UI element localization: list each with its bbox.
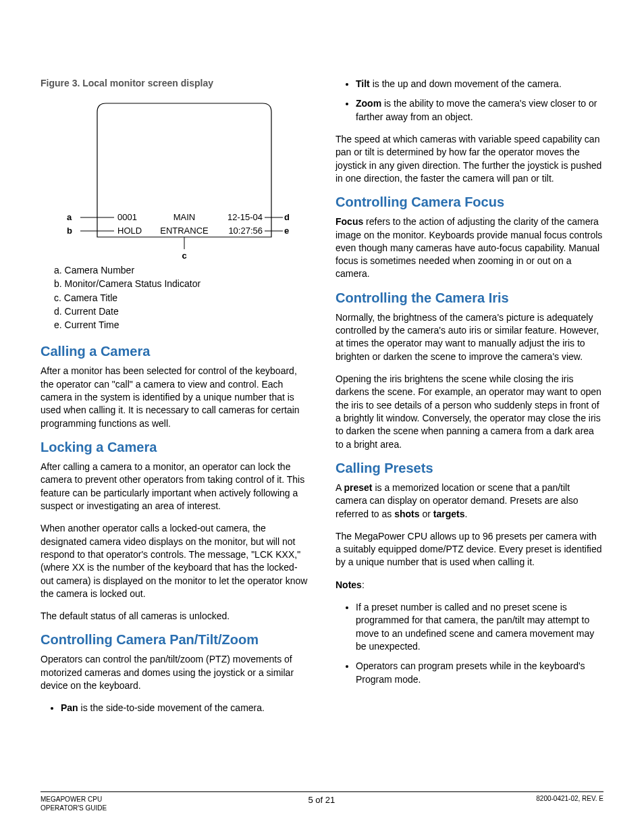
svg-text:a: a [67,212,72,222]
heading-controlling-iris: Controlling the Camera Iris [336,290,603,306]
paragraph: After a monitor has been selected for co… [41,365,308,430]
paragraph: Opening the iris brightens the scene whi… [336,373,603,451]
heading-controlling-ptz: Controlling Camera Pan/Tilt/Zoom [41,632,308,648]
term-targets: targets [433,509,465,519]
term-preset: preset [344,482,372,493]
figure-caption: Figure 3. Local monitor screen display [41,78,308,88]
svg-text:c: c [182,251,186,261]
page-footer: MEGAPOWER CPU OPERATOR'S GUIDE 5 of 21 8… [41,791,603,812]
heading-calling-presets: Calling Presets [336,461,603,476]
paragraph: The default status of all cameras is unl… [41,610,308,623]
term-shots: shots [394,509,419,519]
right-column: Tilt is the up and down movement of the … [336,78,603,725]
display-bot-left: HOLD [117,226,142,236]
paragraph: Operators can control the pan/tilt/zoom … [41,653,308,692]
list-item: If a preset number is called and no pres… [356,601,603,653]
display-top-right: 12-15-04 [227,212,262,222]
footer-right: 8200-0421-02, REV. E [536,795,603,802]
paragraph: Focus refers to the action of adjusting … [336,215,603,281]
figure-legend: a. Camera Number b. Monitor/Camera Statu… [54,263,308,332]
term-zoom: Zoom [356,98,381,109]
svg-text:e: e [284,226,289,236]
paragraph: When another operator calls a locked-out… [41,522,308,600]
legend-item: d. Current Date [54,305,308,318]
list-item: Operators can program presets while in t… [356,660,603,686]
paragraph: The speed at which cameras with variable… [336,133,603,185]
content-columns: Figure 3. Local monitor screen display 0… [41,78,603,725]
monitor-diagram: 0001 MAIN 12-15-04 HOLD ENTRANCE 10:27:5… [60,95,290,261]
heading-calling-a-camera: Calling a Camera [41,344,308,359]
list-item: Zoom is the ability to move the camera's… [356,97,603,124]
svg-text:d: d [284,212,290,222]
display-bot-center: ENTRANCE [160,226,209,236]
display-bot-right: 10:27:56 [228,226,263,236]
left-column: Figure 3. Local monitor screen display 0… [41,78,308,725]
paragraph: Normally, the brightness of the camera's… [336,311,603,363]
heading-controlling-focus: Controlling Camera Focus [336,194,603,210]
legend-item: c. Camera Title [54,291,308,305]
display-top-left: 0001 [117,212,137,222]
paragraph: After calling a camera to a monitor, an … [41,461,308,513]
term-focus: Focus [336,216,363,227]
figure-3: Figure 3. Local monitor screen display 0… [41,78,308,332]
notes-heading: Notes: [336,579,603,592]
heading-locking-a-camera: Locking a Camera [41,440,308,455]
legend-item: e. Current Time [54,318,308,332]
footer-left: MEGAPOWER CPU OPERATOR'S GUIDE [41,795,107,812]
paragraph: A preset is a memorized location or scen… [336,481,603,521]
legend-item: b. Monitor/Camera Status Indicator [54,277,308,290]
bullet-list: If a preset number is called and no pres… [336,601,603,686]
svg-text:b: b [67,226,72,236]
list-item: Pan is the side-to-side movement of the … [61,702,308,714]
bullet-list: Pan is the side-to-side movement of the … [41,702,308,714]
display-top-center: MAIN [173,212,195,222]
list-item: Tilt is the up and down movement of the … [356,78,603,90]
footer-page-number: 5 of 21 [308,795,335,805]
document-page: Figure 3. Local monitor screen display 0… [0,0,644,834]
footer-divider [41,791,603,792]
term-tilt: Tilt [356,78,370,89]
bullet-list: Tilt is the up and down movement of the … [336,78,603,124]
paragraph: The MegaPower CPU allows up to 96 preset… [336,530,603,569]
legend-item: a. Camera Number [54,263,308,277]
term-pan: Pan [61,702,78,713]
